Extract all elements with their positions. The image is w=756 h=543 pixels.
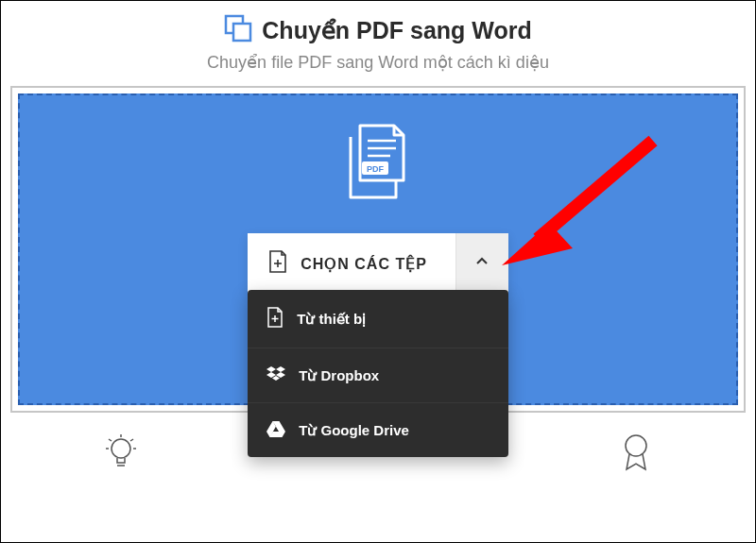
dropzone-frame: PDF	[10, 86, 746, 413]
dropdown-item-dropbox[interactable]: Từ Dropbox	[248, 348, 508, 403]
choose-files-button[interactable]: CHỌN CÁC TỆP	[248, 233, 455, 294]
svg-marker-12	[502, 223, 573, 265]
dropdown-item-gdrive[interactable]: Từ Google Drive	[248, 403, 508, 457]
svg-line-16	[109, 439, 112, 441]
svg-line-11	[538, 141, 653, 239]
dropdown-item-device[interactable]: Từ thiết bị	[248, 290, 508, 348]
award-ribbon-icon	[621, 433, 651, 475]
file-add-icon	[268, 250, 287, 277]
device-file-icon	[266, 307, 284, 331]
svg-text:PDF: PDF	[367, 164, 385, 174]
choose-files-label: CHỌN CÁC TỆP	[301, 255, 427, 273]
dropdown-item-label: Từ Google Drive	[299, 422, 409, 439]
page-header: Chuyển PDF sang Word Chuyển file PDF san…	[10, 1, 746, 80]
dropdown-toggle[interactable]	[455, 233, 508, 294]
svg-rect-1	[233, 24, 250, 41]
pdf-documents-icon: PDF	[343, 124, 413, 211]
page-title: Chuyển PDF sang Word	[262, 17, 531, 44]
annotation-arrow	[492, 133, 662, 279]
page-subtitle: Chuyển file PDF sang Word một cách kì di…	[10, 52, 746, 73]
convert-icon	[224, 14, 252, 46]
lightbulb-icon	[105, 433, 137, 475]
svg-point-13	[112, 439, 130, 458]
dropbox-icon	[266, 365, 285, 385]
chevron-up-icon	[474, 254, 490, 273]
dropdown-item-label: Từ Dropbox	[299, 367, 379, 384]
dropdown-item-label: Từ thiết bị	[297, 311, 366, 328]
svg-line-17	[130, 439, 133, 441]
source-dropdown: Từ thiết bị Từ Dropbox	[248, 290, 508, 457]
google-drive-icon	[266, 420, 285, 440]
file-dropzone[interactable]: PDF	[18, 93, 738, 405]
svg-point-20	[626, 435, 646, 456]
choose-files-group: CHỌN CÁC TỆP	[248, 233, 508, 294]
